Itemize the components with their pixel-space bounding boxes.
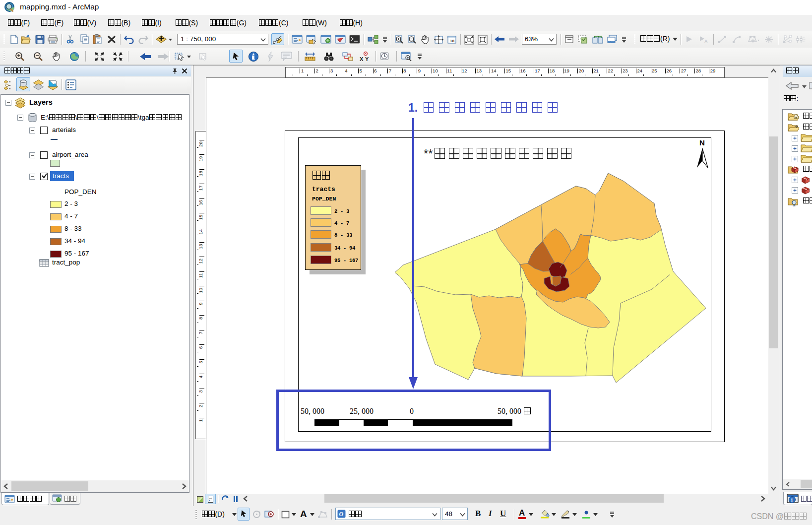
svg-text:17: 17 bbox=[198, 186, 203, 191]
svg-text:4: 4 bbox=[198, 376, 203, 378]
svg-text:3: 3 bbox=[330, 68, 333, 73]
svg-text:12: 12 bbox=[462, 68, 467, 73]
svg-text:13: 13 bbox=[198, 244, 203, 250]
svg-text:2: 2 bbox=[198, 405, 203, 407]
svg-text:9: 9 bbox=[418, 68, 421, 73]
svg-text:1: 1 bbox=[301, 68, 304, 73]
svg-text:10: 10 bbox=[198, 288, 203, 293]
svg-text:6: 6 bbox=[198, 346, 203, 349]
svg-text:27: 27 bbox=[681, 68, 687, 73]
svg-text:9: 9 bbox=[198, 302, 203, 305]
svg-text:5: 5 bbox=[198, 361, 203, 363]
svg-text:19: 19 bbox=[564, 68, 569, 73]
svg-text:7: 7 bbox=[389, 68, 391, 73]
svg-text:5: 5 bbox=[360, 68, 362, 73]
svg-text:16: 16 bbox=[198, 200, 203, 205]
svg-text:X: X bbox=[360, 56, 364, 62]
svg-text:14: 14 bbox=[198, 229, 203, 235]
svg-text:16: 16 bbox=[520, 68, 526, 73]
svg-text:1: 1 bbox=[198, 419, 203, 422]
svg-text:15: 15 bbox=[198, 215, 203, 220]
svg-text:A: A bbox=[704, 39, 708, 44]
svg-text:10: 10 bbox=[433, 68, 438, 73]
svg-text:2: 2 bbox=[315, 68, 318, 73]
svg-text:18: 18 bbox=[198, 171, 203, 176]
svg-text:29: 29 bbox=[710, 68, 716, 73]
svg-text:12: 12 bbox=[198, 259, 203, 264]
svg-text:3: 3 bbox=[198, 390, 203, 393]
svg-text:24: 24 bbox=[637, 68, 643, 73]
svg-text:25: 25 bbox=[652, 68, 657, 73]
svg-text:26: 26 bbox=[666, 68, 672, 73]
svg-text:O: O bbox=[339, 511, 344, 518]
svg-text:8: 8 bbox=[403, 68, 406, 73]
svg-text:20: 20 bbox=[579, 68, 584, 73]
svg-text:18: 18 bbox=[450, 39, 454, 43]
svg-text:7: 7 bbox=[198, 331, 203, 334]
svg-text:20: 20 bbox=[198, 141, 203, 147]
svg-text:Y: Y bbox=[365, 56, 369, 62]
svg-text:4: 4 bbox=[345, 68, 347, 73]
svg-text:14: 14 bbox=[491, 68, 497, 73]
svg-text:18: 18 bbox=[550, 68, 555, 73]
svg-text:11: 11 bbox=[198, 273, 203, 278]
svg-text:15: 15 bbox=[505, 68, 511, 73]
svg-text:8: 8 bbox=[198, 317, 203, 320]
svg-text:21: 21 bbox=[593, 68, 599, 73]
svg-text:6: 6 bbox=[374, 68, 376, 73]
svg-text:19: 19 bbox=[198, 156, 203, 162]
svg-text:28: 28 bbox=[695, 68, 701, 73]
svg-text:23: 23 bbox=[623, 68, 628, 73]
svg-text:13: 13 bbox=[476, 68, 482, 73]
svg-text:17: 17 bbox=[535, 68, 540, 73]
svg-text:22: 22 bbox=[608, 68, 614, 73]
svg-text:i: i bbox=[791, 497, 793, 503]
svg-text:11: 11 bbox=[447, 68, 452, 73]
